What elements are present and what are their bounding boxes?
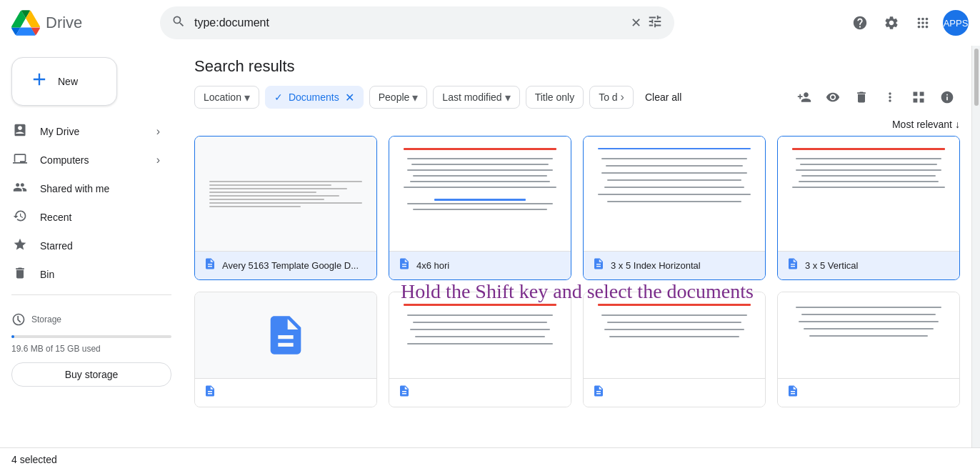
- storage-bar: [11, 335, 171, 338]
- last-modified-filter[interactable]: Last modified ▾: [433, 86, 519, 109]
- sidebar-item-starred-label: Starred: [40, 240, 73, 252]
- scrollbar-track[interactable]: [971, 46, 980, 447]
- search-bar: ✕: [160, 6, 674, 39]
- settings-button[interactable]: [877, 9, 906, 37]
- sidebar-item-my-drive-label: My Drive: [40, 126, 79, 137]
- file-card-7[interactable]: [583, 292, 766, 407]
- toolbar-actions: [791, 84, 960, 110]
- filter-bar: Location ▾ ✓ Documents ✕ People ▾: [194, 84, 960, 110]
- file-footer-6: [389, 378, 571, 407]
- scrollbar-thumb[interactable]: [974, 49, 979, 106]
- search-icon: [171, 14, 186, 32]
- sort-button[interactable]: Most relevant ↓: [892, 119, 960, 130]
- documents-filter[interactable]: ✓ Documents ✕: [265, 86, 364, 109]
- file-preview-text-1: [209, 179, 362, 209]
- file-card-4[interactable]: 3 x 5 Vertical: [777, 136, 960, 280]
- storage-section: Storage 19.6 MB of 15 GB used Buy storag…: [0, 301, 183, 387]
- delete-button[interactable]: [849, 84, 874, 110]
- logo-area: Drive: [11, 9, 154, 37]
- sidebar-item-recent-label: Recent: [40, 212, 71, 223]
- drive-logo-icon: [11, 9, 40, 37]
- content-area: Search results Location ▾ ✓ Documents ✕: [183, 46, 971, 447]
- help-button[interactable]: [846, 9, 874, 37]
- sort-row: Most relevant ↓: [194, 116, 960, 136]
- add-person-button[interactable]: [791, 84, 817, 110]
- search-input[interactable]: [194, 16, 631, 29]
- computers-icon: [11, 152, 29, 169]
- file-name-3: 3 x 5 Index Horizontal: [611, 260, 701, 271]
- file-card-3[interactable]: 3 x 5 Index Horizontal: [583, 136, 766, 280]
- search-filter-button[interactable]: [647, 14, 663, 33]
- to-do-filter[interactable]: To d ›: [589, 86, 634, 109]
- sidebar-item-computers[interactable]: Computers ›: [0, 146, 171, 174]
- last-modified-filter-label: Last modified: [442, 91, 501, 103]
- my-drive-icon: [11, 123, 29, 141]
- info-button[interactable]: [934, 84, 960, 110]
- sidebar-divider: [11, 294, 171, 295]
- doc-icon-1: [204, 257, 216, 274]
- location-filter-label: Location: [204, 91, 241, 103]
- more-options-button[interactable]: [877, 84, 903, 110]
- sort-label: Most relevant: [892, 119, 952, 130]
- file-card-2[interactable]: 4x6 hori: [389, 136, 571, 280]
- buy-storage-button[interactable]: Buy storage: [11, 362, 171, 387]
- documents-filter-label: Documents: [289, 91, 339, 103]
- doc-icon-7: [592, 385, 605, 401]
- file-footer-7: [584, 378, 765, 407]
- file-footer-5: [195, 378, 376, 407]
- doc-icon-2: [398, 257, 411, 274]
- sidebar-item-my-drive[interactable]: My Drive ›: [0, 117, 171, 146]
- people-filter-label: People: [379, 91, 410, 103]
- doc-icon-8: [786, 385, 799, 401]
- file-footer-8: [778, 378, 959, 407]
- sidebar-item-recent[interactable]: Recent: [0, 203, 171, 232]
- content-header: Search results Location ▾ ✓ Documents ✕: [194, 46, 960, 116]
- sort-icon: ↓: [955, 119, 960, 130]
- computers-expand-icon: ›: [156, 154, 160, 167]
- apps-button[interactable]: [909, 9, 937, 37]
- file-name-1: Avery 5163 Template Google D...: [222, 260, 359, 271]
- starred-icon: [11, 237, 29, 255]
- location-filter[interactable]: Location ▾: [194, 86, 259, 109]
- file-name-2: 4x6 hori: [416, 260, 449, 271]
- title-only-filter[interactable]: Title only: [526, 86, 584, 109]
- file-card-1[interactable]: Avery 5163 Template Google D...: [194, 136, 377, 280]
- new-button[interactable]: New: [11, 57, 117, 106]
- to-do-dropdown-icon: ›: [621, 91, 624, 104]
- search-clear-button[interactable]: ✕: [631, 15, 641, 31]
- avatar[interactable]: APPS: [943, 10, 969, 36]
- clear-all-button[interactable]: Clear all: [639, 89, 687, 106]
- preview-button[interactable]: [820, 84, 846, 110]
- topbar-actions: APPS: [846, 9, 969, 37]
- file-card-5[interactable]: [194, 292, 377, 407]
- sidebar: New My Drive › Computers ›: [0, 46, 183, 447]
- files-grid: Avery 5163 Template Google D...: [194, 136, 960, 413]
- doc-icon-6: [398, 385, 411, 401]
- sidebar-item-bin[interactable]: Bin: [0, 260, 171, 289]
- recent-icon: [11, 209, 29, 227]
- storage-usage-text: 19.6 MB of 15 GB used: [11, 344, 171, 354]
- doc-icon-5: [204, 385, 216, 401]
- sidebar-item-bin-label: Bin: [40, 269, 54, 280]
- storage-bar-fill: [11, 335, 14, 338]
- file-footer-4: 3 x 5 Vertical: [778, 251, 959, 279]
- file-card-6[interactable]: [389, 292, 571, 407]
- main-layout: New My Drive › Computers ›: [0, 46, 980, 447]
- doc-icon-3: [592, 257, 605, 274]
- sidebar-item-shared-with-me[interactable]: Shared with me: [0, 174, 171, 203]
- file-footer-3: 3 x 5 Index Horizontal: [584, 251, 765, 279]
- documents-close-icon[interactable]: ✕: [345, 91, 354, 104]
- people-filter[interactable]: People ▾: [369, 86, 428, 109]
- bin-icon: [11, 266, 29, 284]
- sidebar-item-shared-label: Shared with me: [40, 183, 109, 194]
- my-drive-expand-icon: ›: [156, 125, 160, 138]
- grid-view-button[interactable]: [906, 84, 931, 110]
- files-grid-container: Avery 5163 Template Google D...: [194, 136, 960, 447]
- shared-with-me-icon: [11, 180, 29, 198]
- file-card-8[interactable]: [777, 292, 960, 407]
- selected-count: 4 selected: [11, 454, 57, 465]
- sidebar-nav: My Drive › Computers › Shared with me: [0, 117, 183, 289]
- to-do-filter-label: To d: [599, 91, 617, 103]
- large-doc-icon-5: [263, 312, 309, 358]
- sidebar-item-starred[interactable]: Starred: [0, 232, 171, 260]
